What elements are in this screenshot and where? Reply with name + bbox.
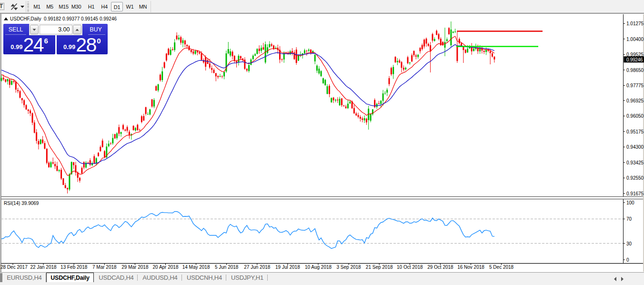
svg-text:5 Jun 2018: 5 Jun 2018 — [215, 265, 239, 270]
svg-text:28 Dec 2017: 28 Dec 2017 — [0, 265, 28, 270]
svg-text:29 Oct 2018: 29 Oct 2018 — [427, 265, 453, 270]
svg-text:13 Feb 2018: 13 Feb 2018 — [60, 265, 88, 270]
svg-text:0.93425: 0.93425 — [626, 160, 644, 165]
svg-text:0.91675: 0.91675 — [626, 191, 644, 196]
svg-text:0.96050: 0.96050 — [626, 113, 644, 119]
svg-text:14 May 2018: 14 May 2018 — [182, 265, 210, 270]
svg-text:27 Jun 2018: 27 Jun 2018 — [244, 265, 270, 270]
svg-text:21 Sep 2018: 21 Sep 2018 — [366, 265, 393, 270]
svg-text:0.96925: 0.96925 — [626, 98, 644, 103]
svg-text:0.92550: 0.92550 — [626, 175, 644, 181]
svg-text:0.94300: 0.94300 — [626, 144, 644, 150]
svg-text:10 Aug 2018: 10 Aug 2018 — [305, 265, 332, 270]
svg-text:16 Nov 2018: 16 Nov 2018 — [457, 265, 484, 270]
svg-text:100: 100 — [626, 200, 634, 205]
svg-text:0.98650: 0.98650 — [626, 68, 644, 73]
svg-text:0: 0 — [626, 257, 629, 263]
svg-text:30: 30 — [626, 241, 632, 246]
svg-text:1.01275: 1.01275 — [626, 21, 644, 26]
svg-text:22 Jan 2018: 22 Jan 2018 — [30, 265, 57, 270]
svg-text:0.95175: 0.95175 — [626, 129, 644, 134]
svg-text:3 Sep 2018: 3 Sep 2018 — [337, 265, 362, 270]
svg-text:29 Mar 2018: 29 Mar 2018 — [121, 265, 149, 270]
svg-text:20 Apr 2018: 20 Apr 2018 — [153, 265, 179, 270]
svg-text:USDCHF,Daily 0.99182 0.99377: USDCHF,Daily 0.99182 0.99377 0.99145 0.9… — [10, 16, 117, 21]
svg-text:1.00400: 1.00400 — [626, 37, 644, 42]
svg-text:10 Oct 2018: 10 Oct 2018 — [397, 265, 423, 270]
svg-text:7 Mar 2018: 7 Mar 2018 — [92, 265, 117, 270]
svg-text:70: 70 — [626, 216, 632, 222]
svg-text:19 Jul 2018: 19 Jul 2018 — [275, 265, 300, 270]
svg-text:5 Dec 2018: 5 Dec 2018 — [489, 265, 514, 270]
svg-text:0.99246: 0.99246 — [626, 57, 643, 62]
svg-text:0.97775: 0.97775 — [626, 83, 644, 88]
svg-text:RSI(14) 39.9069: RSI(14) 39.9069 — [4, 201, 39, 206]
